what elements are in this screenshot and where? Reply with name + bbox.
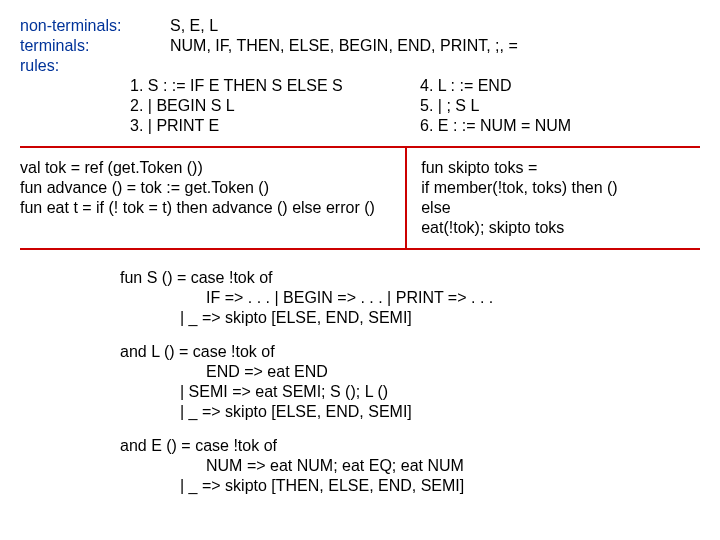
helper-line: if member(!tok, toks) then ()	[421, 178, 700, 198]
rule-6: 6. E : := NUM = NUM	[420, 116, 700, 136]
helper-line: fun skipto toks =	[421, 158, 700, 178]
rules-label: rules:	[20, 56, 170, 76]
rules-empty	[170, 56, 700, 76]
terminals-label: terminals:	[20, 36, 170, 56]
helper-line: fun advance () = tok := get.Token ()	[20, 178, 397, 198]
terminals-row: terminals: NUM, IF, THEN, ELSE, BEGIN, E…	[20, 36, 700, 56]
grammar-block: non-terminals: S, E, L terminals: NUM, I…	[20, 16, 700, 136]
fun-e-line: | _ => skipto [THEN, ELSE, END, SEMI]	[120, 476, 700, 496]
nonterminals-label: non-terminals:	[20, 16, 170, 36]
fun-l-line: and L () = case !tok of	[120, 342, 700, 362]
fun-e-line: and E () = case !tok of	[120, 436, 700, 456]
nonterminals-row: non-terminals: S, E, L	[20, 16, 700, 36]
fun-s-line: | _ => skipto [ELSE, END, SEMI]	[120, 308, 700, 328]
rule-3: 3. | PRINT E	[130, 116, 420, 136]
rule-5: 5. | ; S L	[420, 96, 700, 116]
helper-line: else	[421, 198, 700, 218]
rules-left-col: 1. S : := IF E THEN S ELSE S 2. | BEGIN …	[130, 76, 420, 136]
helper-line: val tok = ref (get.Token ())	[20, 158, 397, 178]
fun-l-block: and L () = case !tok of END => eat END |…	[20, 342, 700, 422]
helpers-left: val tok = ref (get.Token ()) fun advance…	[20, 148, 407, 248]
rules-label-row: rules:	[20, 56, 700, 76]
nonterminals-value: S, E, L	[170, 16, 700, 36]
fun-e-line: NUM => eat NUM; eat EQ; eat NUM	[120, 456, 700, 476]
fun-s-block: fun S () = case !tok of IF => . . . | BE…	[20, 268, 700, 328]
helpers-right: fun skipto toks = if member(!tok, toks) …	[407, 148, 700, 248]
helper-line: eat(!tok); skipto toks	[421, 218, 700, 238]
fun-l-line: | _ => skipto [ELSE, END, SEMI]	[120, 402, 700, 422]
helper-functions-box: val tok = ref (get.Token ()) fun advance…	[20, 146, 700, 250]
rules-row: 1. S : := IF E THEN S ELSE S 2. | BEGIN …	[20, 76, 700, 136]
rule-4: 4. L : := END	[420, 76, 700, 96]
terminals-value: NUM, IF, THEN, ELSE, BEGIN, END, PRINT, …	[170, 36, 700, 56]
rules-right-col: 4. L : := END 5. | ; S L 6. E : := NUM =…	[420, 76, 700, 136]
rule-2: 2. | BEGIN S L	[130, 96, 420, 116]
fun-e-block: and E () = case !tok of NUM => eat NUM; …	[20, 436, 700, 496]
fun-l-line: | SEMI => eat SEMI; S (); L ()	[120, 382, 700, 402]
fun-s-line: IF => . . . | BEGIN => . . . | PRINT => …	[120, 288, 700, 308]
helper-line: fun eat t = if (! tok = t) then advance …	[20, 198, 397, 218]
fun-s-line: fun S () = case !tok of	[120, 268, 700, 288]
rule-1: 1. S : := IF E THEN S ELSE S	[130, 76, 420, 96]
fun-l-line: END => eat END	[120, 362, 700, 382]
